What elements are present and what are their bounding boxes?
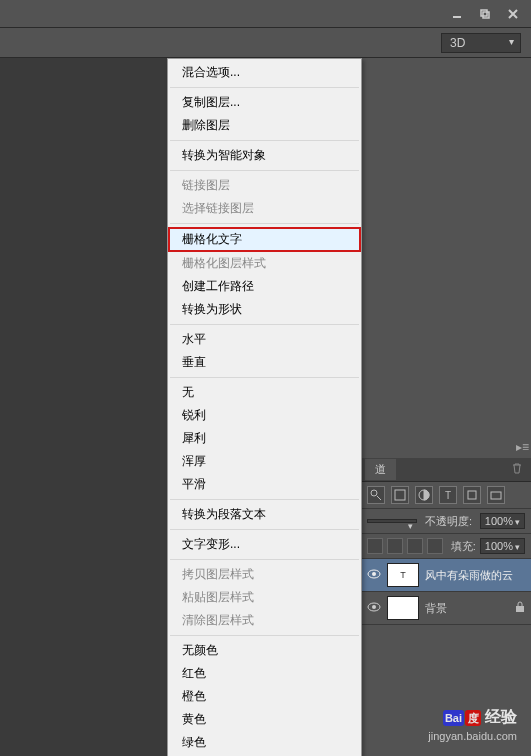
close-button[interactable] xyxy=(499,4,527,24)
minimize-button[interactable] xyxy=(443,4,471,24)
menu-item: 选择链接图层 xyxy=(168,197,361,220)
filter-shape-icon[interactable] xyxy=(463,486,481,504)
menu-separator xyxy=(170,377,359,378)
lock-position-icon[interactable] xyxy=(407,538,423,554)
layer-thumbnail xyxy=(387,596,419,620)
panels-dock: 道 ▸≡ T 不透明度: 100 xyxy=(361,58,531,756)
panel-tabs: 道 ▸≡ xyxy=(361,458,531,482)
menu-item[interactable]: 无颜色 xyxy=(168,639,361,662)
menu-separator xyxy=(170,140,359,141)
menu-item[interactable]: 犀利 xyxy=(168,427,361,450)
menu-item[interactable]: 栅格化文字 xyxy=(168,227,361,252)
svg-rect-10 xyxy=(491,492,501,499)
fill-label: 填充: xyxy=(451,539,476,554)
menu-item[interactable]: 水平 xyxy=(168,328,361,351)
lock-pixels-icon[interactable] xyxy=(387,538,403,554)
menu-item[interactable]: 混合选项... xyxy=(168,61,361,84)
menu-item[interactable]: 转换为形状 xyxy=(168,298,361,321)
menu-item[interactable]: 黄色 xyxy=(168,708,361,731)
layer-context-menu: 混合选项...复制图层...删除图层转换为智能对象链接图层选择链接图层栅格化文字… xyxy=(167,58,362,756)
panel-tab-channels[interactable]: 道 xyxy=(365,459,396,480)
menu-item: 粘贴图层样式 xyxy=(168,586,361,609)
menu-item[interactable]: 转换为智能对象 xyxy=(168,144,361,167)
layer-name: 风中有朵雨做的云 xyxy=(425,568,513,583)
menu-item: 清除图层样式 xyxy=(168,609,361,632)
layer-name: 背景 xyxy=(425,601,447,616)
svg-point-12 xyxy=(372,572,376,576)
svg-rect-9 xyxy=(468,491,476,499)
menu-separator xyxy=(170,223,359,224)
lock-icon xyxy=(515,601,525,615)
layers-panel: T 不透明度: 100% 填充: 100% T 风中有 xyxy=(361,482,531,625)
menu-item[interactable]: 无 xyxy=(168,381,361,404)
lock-transparency-icon[interactable] xyxy=(367,538,383,554)
lock-fill-row: 填充: 100% xyxy=(361,534,531,559)
layer-item-text[interactable]: T 风中有朵雨做的云 xyxy=(361,559,531,592)
svg-rect-15 xyxy=(516,606,524,612)
blend-mode-dropdown[interactable] xyxy=(367,519,417,523)
panel-menu-icon[interactable]: ▸≡ xyxy=(516,440,529,454)
menu-separator xyxy=(170,559,359,560)
layer-item-background[interactable]: 背景 xyxy=(361,592,531,625)
lock-all-icon[interactable] xyxy=(427,538,443,554)
menu-separator xyxy=(170,87,359,88)
svg-rect-7 xyxy=(395,490,405,500)
visibility-icon[interactable] xyxy=(367,602,383,614)
menu-item[interactable]: 平滑 xyxy=(168,473,361,496)
fill-value[interactable]: 100% xyxy=(480,538,525,554)
layer-thumbnail: T xyxy=(387,563,419,587)
menu-separator xyxy=(170,170,359,171)
visibility-icon[interactable] xyxy=(367,569,383,581)
menu-item[interactable]: 删除图层 xyxy=(168,114,361,137)
trash-icon[interactable] xyxy=(511,462,523,477)
menu-separator xyxy=(170,635,359,636)
menu-item[interactable]: 锐利 xyxy=(168,404,361,427)
layer-filter-row: T xyxy=(361,482,531,509)
options-bar: 3D xyxy=(0,28,531,58)
menu-separator xyxy=(170,529,359,530)
menu-item: 拷贝图层样式 xyxy=(168,563,361,586)
menu-item: 链接图层 xyxy=(168,174,361,197)
opacity-label: 不透明度: xyxy=(425,514,472,529)
watermark: Bai度 经验 jingyan.baidu.com xyxy=(428,707,517,742)
filter-type-text-icon[interactable]: T xyxy=(439,486,457,504)
menu-item[interactable]: 橙色 xyxy=(168,685,361,708)
menu-item[interactable]: 复制图层... xyxy=(168,91,361,114)
watermark-url: jingyan.baidu.com xyxy=(428,730,517,742)
menu-item[interactable]: 浑厚 xyxy=(168,450,361,473)
blend-opacity-row: 不透明度: 100% xyxy=(361,509,531,534)
baidu-logo-icon: Bai度 xyxy=(442,710,481,726)
menu-item[interactable]: 创建工作路径 xyxy=(168,275,361,298)
filter-pixel-icon[interactable] xyxy=(391,486,409,504)
svg-point-5 xyxy=(371,490,377,496)
menu-item[interactable]: 绿色 xyxy=(168,731,361,754)
menu-separator xyxy=(170,499,359,500)
filter-adjustment-icon[interactable] xyxy=(415,486,433,504)
svg-line-6 xyxy=(377,496,381,500)
svg-rect-2 xyxy=(483,12,489,18)
menu-separator xyxy=(170,324,359,325)
watermark-text: 经验 xyxy=(485,707,517,728)
filter-smart-icon[interactable] xyxy=(487,486,505,504)
menu-item[interactable]: 文字变形... xyxy=(168,533,361,556)
svg-rect-1 xyxy=(481,10,487,16)
opacity-value[interactable]: 100% xyxy=(480,513,525,529)
titlebar xyxy=(0,0,531,28)
menu-item[interactable]: 红色 xyxy=(168,662,361,685)
menu-item[interactable]: 转换为段落文本 xyxy=(168,503,361,526)
workspace-dropdown[interactable]: 3D xyxy=(441,33,521,53)
filter-type-dropdown[interactable] xyxy=(367,486,385,504)
maximize-button[interactable] xyxy=(471,4,499,24)
menu-item: 栅格化图层样式 xyxy=(168,252,361,275)
menu-item[interactable]: 垂直 xyxy=(168,351,361,374)
svg-point-14 xyxy=(372,605,376,609)
